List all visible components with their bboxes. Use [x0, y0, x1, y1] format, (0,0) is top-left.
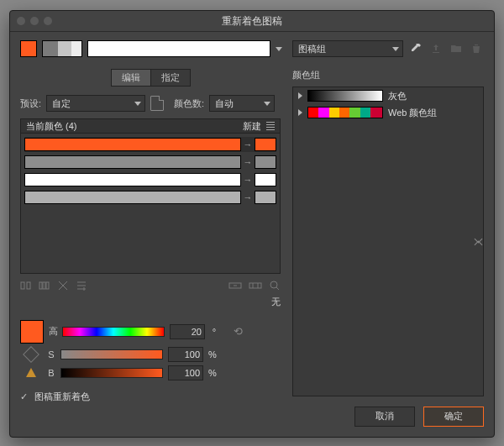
chevron-down-icon[interactable]	[276, 47, 282, 51]
new-colors-label: 新建	[243, 120, 261, 133]
new-color-chip[interactable]	[255, 191, 276, 204]
exclude-icon[interactable]	[57, 280, 69, 291]
arrow-right-icon[interactable]: →	[241, 157, 255, 167]
chevron-down-icon	[392, 47, 399, 51]
find-icon[interactable]	[269, 280, 281, 291]
svg-point-7	[270, 281, 277, 288]
ok-button[interactable]: 确定	[423, 407, 484, 427]
preset-options-icon[interactable]	[150, 96, 164, 111]
arrow-right-icon[interactable]: →	[241, 175, 255, 185]
current-color-bar[interactable]	[24, 191, 241, 204]
color-row[interactable]: →	[24, 155, 276, 170]
tab-assign[interactable]: 指定	[151, 69, 191, 87]
bri-slider[interactable]	[60, 368, 163, 378]
link-h-icon[interactable]	[228, 280, 242, 291]
target-group-dropdown[interactable]: 图稿组	[292, 40, 403, 57]
chevron-down-icon	[264, 102, 270, 106]
reset-icon[interactable]: ⟲	[234, 325, 243, 338]
out-of-gamut-icon[interactable]	[26, 368, 36, 377]
new-row-icon[interactable]	[76, 280, 87, 291]
bri-unit: %	[208, 368, 217, 378]
sat-unit: %	[208, 349, 217, 359]
artwork-preview-swatch[interactable]	[42, 40, 82, 57]
color-count-value: 自动	[215, 97, 234, 110]
target-group-value: 图稿组	[298, 43, 326, 55]
recolor-checkbox[interactable]: 图稿重新着色	[20, 391, 281, 403]
scroll-down-icon[interactable]	[475, 234, 483, 243]
svg-rect-6	[249, 283, 261, 288]
color-list: →→→→	[20, 133, 281, 273]
group-swatch-strip	[307, 90, 383, 102]
hue-slider[interactable]	[62, 327, 165, 337]
color-row[interactable]: →	[24, 137, 276, 152]
arrow-right-icon[interactable]: →	[241, 192, 255, 202]
color-row[interactable]: →	[24, 172, 276, 187]
merge-icon[interactable]	[20, 280, 32, 291]
left-panel: 编辑 指定 预设: 自定 颜色数: 自动	[20, 69, 281, 403]
color-groups-list: 灰色Web 颜色组	[292, 87, 484, 396]
group-swatch-strip	[307, 107, 383, 118]
none-label: 无	[20, 296, 281, 308]
colors-label: 颜色数:	[174, 97, 204, 110]
active-color-swatch[interactable]	[20, 40, 37, 57]
traffic-close-icon[interactable]	[17, 17, 25, 25]
sat-slider[interactable]	[60, 349, 163, 359]
window-controls	[17, 17, 52, 25]
current-color-bar[interactable]	[24, 173, 241, 186]
tab-edit[interactable]: 编辑	[111, 69, 151, 87]
list-tools	[20, 279, 281, 292]
hue-label: 高	[49, 325, 57, 338]
bri-label: B	[47, 368, 55, 378]
svg-rect-1	[27, 282, 30, 289]
bri-input[interactable]	[168, 365, 203, 380]
folder-icon	[449, 41, 464, 56]
color-list-header: 当前颜色 (4) 新建	[20, 118, 281, 133]
current-colors-label: 当前颜色 (4)	[26, 120, 77, 133]
disclosure-triangle-icon[interactable]	[298, 109, 302, 116]
mode-tabs: 编辑 指定	[20, 69, 281, 87]
svg-rect-4	[46, 282, 49, 289]
new-color-chip[interactable]	[255, 155, 276, 169]
check-icon	[20, 391, 29, 402]
cancel-button[interactable]: 取消	[354, 407, 415, 427]
svg-rect-3	[43, 282, 45, 289]
preset-dropdown[interactable]: 自定	[46, 95, 145, 112]
color-count-dropdown[interactable]: 自动	[209, 95, 275, 112]
link-s-icon[interactable]	[249, 280, 262, 291]
color-row[interactable]: →	[24, 190, 276, 205]
save-group-icon	[428, 41, 444, 56]
separate-icon[interactable]	[39, 280, 50, 291]
trash-icon	[469, 41, 484, 56]
recolor-artwork-dialog: 重新着色图稿 图稿组	[9, 10, 495, 438]
dialog-body: 图稿组 编辑 指定	[10, 32, 494, 437]
degree-icon: °	[210, 327, 218, 337]
global-color-icon	[23, 346, 39, 363]
current-color-bar[interactable]	[24, 138, 241, 151]
hsb-swatch[interactable]	[20, 320, 44, 344]
traffic-max-icon[interactable]	[44, 17, 52, 25]
sat-input[interactable]	[168, 347, 203, 362]
current-color-bar[interactable]	[24, 155, 241, 169]
traffic-min-icon[interactable]	[30, 17, 39, 25]
disclosure-triangle-icon[interactable]	[298, 92, 302, 99]
titlebar: 重新着色图稿	[10, 11, 494, 32]
right-panel: 颜色组 灰色Web 颜色组	[292, 69, 484, 403]
color-group-item[interactable]: Web 颜色组	[293, 104, 483, 121]
group-name: Web 颜色组	[388, 107, 437, 119]
preset-row: 预设: 自定 颜色数: 自动	[20, 95, 281, 112]
color-groups-title: 颜色组	[292, 69, 484, 81]
color-group-item[interactable]: 灰色	[293, 87, 483, 104]
flyout-menu-icon[interactable]	[266, 122, 275, 130]
eyedropper-icon[interactable]	[408, 41, 423, 56]
window-title: 重新着色图稿	[222, 15, 282, 27]
arrow-right-icon[interactable]: →	[241, 139, 255, 150]
color-group-strip[interactable]	[87, 40, 270, 57]
svg-rect-2	[39, 282, 42, 289]
new-color-chip[interactable]	[255, 138, 276, 151]
new-color-chip[interactable]	[255, 173, 276, 186]
svg-rect-0	[21, 282, 24, 289]
hue-input[interactable]	[170, 324, 205, 339]
sat-label: S	[47, 349, 55, 359]
dialog-buttons: 取消 确定	[354, 407, 484, 427]
hsb-controls: 高 ° ⟲ S %	[20, 320, 281, 384]
